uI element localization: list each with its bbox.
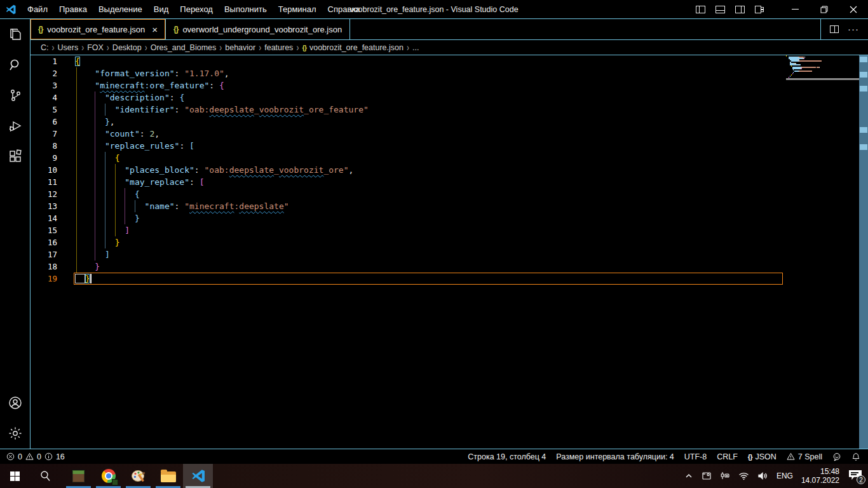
toggle-secondary-sidebar-icon[interactable]	[735, 6, 745, 13]
accounts-icon[interactable]	[0, 388, 30, 418]
language-mode[interactable]: {}JSON	[748, 452, 776, 461]
clock[interactable]: 15:48 14.07.2022	[801, 467, 839, 485]
code-area[interactable]: 1{2 "format_version": "1.17.0",3 "minecr…	[31, 55, 786, 285]
tab-label: overworld_underground_voobrozit_ore.json	[182, 25, 342, 34]
tab-label: voobrozit_ore_feature.json	[47, 25, 145, 34]
menu-item-5[interactable]: Выполнить	[219, 0, 273, 18]
taskbar-chrome-icon[interactable]	[93, 464, 123, 488]
code-line-17[interactable]: 17 ]	[31, 248, 786, 261]
tab-0[interactable]: {}voobrozit_ore_feature.json×	[31, 19, 166, 39]
vscode-logo-icon[interactable]	[0, 4, 22, 15]
problems-indicator[interactable]: 0 0 16	[6, 452, 65, 461]
restore-button[interactable]	[810, 0, 839, 19]
tray-device-icon[interactable]	[720, 471, 730, 480]
menu-item-3[interactable]: Вид	[148, 0, 175, 18]
breadcrumb-file[interactable]: voobrozit_ore_feature.json	[309, 43, 403, 52]
toggle-sidebar-icon[interactable]	[696, 6, 705, 13]
code-line-5[interactable]: 5 "identifier": "oab:deepslate_voobrozit…	[31, 104, 786, 116]
code-line-1[interactable]: 1{	[31, 55, 786, 67]
source-control-icon[interactable]	[0, 80, 30, 111]
warnings-count: 0	[37, 452, 41, 461]
code-line-12[interactable]: 12 {	[31, 188, 786, 200]
search-icon[interactable]	[0, 50, 30, 80]
code-line-2[interactable]: 2 "format_version": "1.17.0",	[31, 67, 786, 79]
split-editor-icon[interactable]	[830, 25, 839, 33]
chevron-right-icon: ›	[407, 41, 409, 53]
breadcrumb-item[interactable]: Users	[58, 43, 79, 52]
editor[interactable]: 1{2 "format_version": "1.17.0",3 "minecr…	[31, 55, 868, 449]
settings-gear-icon[interactable]	[0, 418, 30, 449]
tab-close-icon[interactable]: ×	[152, 24, 158, 35]
taskbar-minecraft-icon[interactable]	[64, 464, 93, 488]
menu-bar: ФайлПравкаВыделениеВидПереходВыполнитьТе…	[22, 0, 366, 18]
code-line-8[interactable]: 8 "replace_rules": [	[31, 140, 786, 152]
tray-volume-icon[interactable]	[757, 471, 768, 480]
tray-expand-chevron-icon[interactable]	[684, 471, 693, 480]
encoding[interactable]: UTF-8	[684, 452, 707, 461]
cursor-position[interactable]: Строка 19, столбец 4	[468, 452, 546, 461]
start-button[interactable]	[0, 464, 30, 488]
chevron-right-icon: ›	[145, 41, 147, 53]
warnings-icon	[25, 452, 34, 461]
chevron-right-icon: ›	[219, 41, 222, 53]
taskbar-search-icon[interactable]	[30, 464, 60, 488]
code-line-10[interactable]: 10 "places_block": "oab:deepslate_voobro…	[31, 164, 786, 176]
breadcrumb-item[interactable]: features	[264, 43, 293, 52]
indentation[interactable]: Размер интервала табуляции: 4	[556, 452, 674, 461]
json-file-icon: {}	[173, 25, 178, 34]
chevron-right-icon: ›	[296, 41, 299, 53]
taskbar-vscode-icon[interactable]	[183, 464, 213, 488]
run-debug-icon[interactable]	[0, 111, 30, 141]
code-line-7[interactable]: 7 "count": 2,	[31, 128, 786, 140]
tray-time: 15:48	[801, 467, 839, 476]
code-line-16[interactable]: 16 }	[31, 236, 786, 248]
code-line-18[interactable]: 18 }	[31, 261, 786, 273]
code-line-6[interactable]: 6 },	[31, 116, 786, 128]
code-line-13[interactable]: 13 "name": "minecraft:deepslate"	[31, 200, 786, 212]
action-center-icon[interactable]: 2	[848, 470, 862, 482]
menu-item-2[interactable]: Выделение	[93, 0, 148, 18]
tab-1[interactable]: {}overworld_underground_voobrozit_ore.js…	[166, 19, 350, 39]
breadcrumb-item[interactable]: C:	[41, 43, 49, 52]
text-cursor	[90, 274, 92, 283]
language-indicator[interactable]: ENG	[776, 471, 793, 480]
errors-icon	[6, 452, 15, 461]
code-line-11[interactable]: 11 "may_replace": [	[31, 176, 786, 188]
code-line-15[interactable]: 15 ]	[31, 224, 786, 236]
menu-item-1[interactable]: Правка	[53, 0, 93, 18]
spell-checker[interactable]: 7 Spell	[787, 452, 822, 461]
extensions-icon[interactable]	[0, 141, 30, 172]
customize-layout-icon[interactable]	[755, 6, 761, 13]
chevron-right-icon: ›	[52, 41, 55, 53]
code-line-3[interactable]: 3 "minecraft:ore_feature": {	[31, 79, 786, 92]
breadcrumb-item[interactable]: behavior	[225, 43, 255, 52]
menu-item-0[interactable]: Файл	[22, 0, 53, 18]
minimap[interactable]	[786, 55, 859, 449]
close-button[interactable]	[839, 0, 868, 19]
breadcrumb-item[interactable]: FOX	[87, 43, 104, 52]
taskbar-explorer-icon[interactable]	[153, 464, 183, 488]
explorer-icon[interactable]	[0, 19, 30, 50]
infos-icon	[44, 452, 53, 461]
toggle-panel-icon[interactable]	[715, 6, 725, 13]
eol-sequence[interactable]: CRLF	[717, 452, 738, 461]
scrollbar[interactable]	[859, 55, 868, 449]
json-file-icon: {}	[38, 25, 43, 34]
tray-monitor-icon[interactable]	[702, 471, 712, 480]
code-line-14[interactable]: 14 }	[31, 212, 786, 224]
breadcrumb-item[interactable]: Desktop	[112, 43, 142, 52]
tray-wifi-icon[interactable]	[738, 471, 749, 480]
code-line-9[interactable]: 9 {	[31, 152, 786, 164]
menu-item-4[interactable]: Переход	[174, 0, 219, 18]
more-actions-icon[interactable]: ···	[848, 27, 859, 32]
notifications-bell-icon[interactable]	[851, 452, 860, 461]
menu-item-6[interactable]: Терминал	[273, 0, 322, 18]
code-line-4[interactable]: 4 "description": {	[31, 92, 786, 104]
taskbar-paint-icon[interactable]	[123, 464, 153, 488]
breadcrumb-item[interactable]: Ores_and_Biomes	[151, 43, 217, 52]
feedback-icon[interactable]	[832, 452, 841, 461]
minimize-button[interactable]	[780, 0, 810, 19]
spell-warning-icon	[787, 452, 795, 461]
taskbar: ENG 15:48 14.07.2022 2	[0, 464, 868, 488]
code-line-19[interactable]: 19 }	[31, 273, 786, 285]
